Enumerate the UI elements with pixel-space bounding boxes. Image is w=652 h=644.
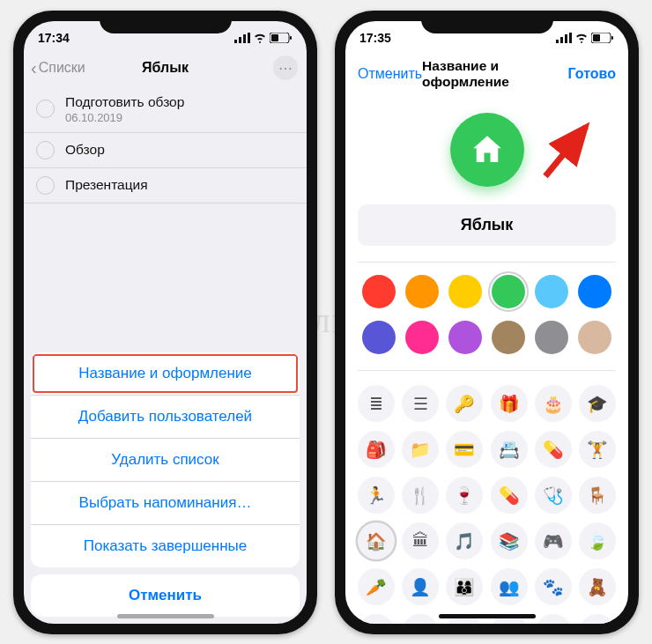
icon-option[interactable]: 🪑 xyxy=(579,477,616,514)
icon-option[interactable]: 🍷 xyxy=(446,477,483,514)
wifi-icon xyxy=(574,33,589,43)
icon-option[interactable]: 💊 xyxy=(535,431,572,468)
action-select-reminders[interactable]: Выбрать напоминания… xyxy=(31,482,300,525)
wifi-icon xyxy=(253,33,267,43)
home-indicator xyxy=(439,614,536,618)
color-swatch[interactable] xyxy=(405,321,439,354)
cancel-button[interactable]: Отменить xyxy=(358,66,422,82)
phone-frame-left: 17:34 ‹ Списки Яблык ⋯ Подготовить обзор xyxy=(13,11,317,634)
svg-rect-3 xyxy=(248,33,250,43)
reminder-radio[interactable] xyxy=(36,176,55,195)
reminder-list: Подготовить обзор 06.10.2019 Обзор Презе… xyxy=(24,86,307,204)
svg-rect-5 xyxy=(271,34,278,41)
color-swatch[interactable] xyxy=(578,275,611,308)
list-name-field[interactable]: Яблык xyxy=(358,204,616,246)
battery-icon xyxy=(270,33,293,43)
nav-bar: ‹ Списки Яблык ⋯ xyxy=(24,49,307,86)
screen-reminders: 17:34 ‹ Списки Яблык ⋯ Подготовить обзор xyxy=(24,21,307,624)
icon-option[interactable]: 🐾 xyxy=(535,568,572,605)
color-swatch[interactable] xyxy=(405,275,439,308)
modal-title: Название и оформление xyxy=(422,58,567,90)
icon-option[interactable]: 📇 xyxy=(491,431,528,468)
more-icon: ⋯ xyxy=(278,60,293,77)
icon-option[interactable]: 🎵 xyxy=(446,522,483,559)
icon-option[interactable]: 📚 xyxy=(491,522,528,559)
reminder-title: Подготовить обзор xyxy=(65,94,184,111)
svg-rect-0 xyxy=(234,40,237,43)
icon-option[interactable]: 👨‍👩‍👦 xyxy=(446,568,483,605)
icon-option[interactable]: 💳 xyxy=(446,431,483,468)
icon-option[interactable]: 🎮 xyxy=(535,522,572,559)
notch xyxy=(421,11,553,33)
icon-option[interactable]: 🎓 xyxy=(579,385,616,422)
color-swatch[interactable] xyxy=(362,321,396,354)
icon-option[interactable]: 🎂 xyxy=(535,385,572,422)
action-delete-list[interactable]: Удалить список xyxy=(31,439,300,482)
action-sheet: Название и оформление Добавить пользоват… xyxy=(24,345,307,624)
icon-option[interactable]: 🎁 xyxy=(491,385,528,422)
icon-option[interactable]: 🎒 xyxy=(358,431,395,468)
icon-option[interactable]: 👤 xyxy=(402,568,439,605)
icon-option[interactable]: 🧸 xyxy=(579,568,616,605)
reminder-row[interactable]: Подготовить обзор 06.10.2019 xyxy=(24,86,307,133)
svg-rect-9 xyxy=(565,34,567,43)
battery-icon xyxy=(591,33,614,43)
screen-appearance: 17:35 Отменить Название и оформление Гот… xyxy=(345,21,628,624)
icon-option[interactable]: 🐟 xyxy=(358,614,395,624)
icon-option[interactable]: 📁 xyxy=(402,431,439,468)
done-button[interactable]: Готово xyxy=(568,66,616,82)
icon-option[interactable]: ⚽ xyxy=(535,614,572,624)
icon-option[interactable]: 🔑 xyxy=(446,385,483,422)
icon-option[interactable]: 🏠 xyxy=(358,522,395,559)
divider xyxy=(358,262,616,263)
color-swatch[interactable] xyxy=(448,321,482,354)
phone-frame-right: 17:35 Отменить Название и оформление Гот… xyxy=(335,11,639,634)
list-icon-preview xyxy=(450,113,524,187)
color-swatch[interactable] xyxy=(535,275,568,308)
modal-nav: Отменить Название и оформление Готово xyxy=(345,49,628,99)
color-swatch[interactable] xyxy=(362,275,396,308)
divider xyxy=(358,370,616,371)
action-name-appearance[interactable]: Название и оформление xyxy=(31,352,300,396)
icon-option[interactable]: 🛍 xyxy=(402,614,439,624)
icon-option[interactable]: 🏋 xyxy=(579,431,616,468)
icon-option[interactable]: 🏃 xyxy=(358,477,395,514)
icon-option[interactable]: 👥 xyxy=(491,568,528,605)
icon-option[interactable]: 🏛 xyxy=(402,522,439,559)
signal-icon xyxy=(234,33,250,43)
color-swatch[interactable] xyxy=(535,321,568,354)
action-show-completed[interactable]: Показать завершенные xyxy=(31,525,300,567)
color-swatch[interactable] xyxy=(492,275,525,308)
action-label: Название и оформление xyxy=(78,365,252,381)
reminder-radio[interactable] xyxy=(36,100,55,118)
reminder-row[interactable]: Обзор xyxy=(24,133,307,168)
icon-option[interactable]: ≣ xyxy=(358,385,395,422)
svg-rect-12 xyxy=(593,34,600,41)
more-button[interactable]: ⋯ xyxy=(273,56,298,80)
reminder-title: Презентация xyxy=(65,177,148,194)
reminder-row[interactable]: Презентация xyxy=(24,168,307,204)
chevron-left-icon: ‹ xyxy=(31,58,37,78)
back-button[interactable]: ‹ Списки xyxy=(31,58,85,78)
icon-option[interactable]: 🩺 xyxy=(535,477,572,514)
icon-picker: ≣☰🔑🎁🎂🎓🎒📁💳📇💊🏋🏃🍴🍷💊🩺🪑🏠🏛🎵📚🎮🍃🥕👤👨‍👩‍👦👥🐾🧸🐟🛍🛒🎿⚽🚌 xyxy=(345,382,628,624)
icon-option[interactable]: 🥕 xyxy=(358,568,395,605)
icon-option[interactable]: 💊 xyxy=(491,477,528,514)
action-add-users[interactable]: Добавить пользователей xyxy=(31,396,300,439)
reminder-radio[interactable] xyxy=(36,141,55,159)
color-swatch[interactable] xyxy=(578,321,611,354)
annotation-arrow xyxy=(535,115,605,185)
svg-rect-8 xyxy=(560,37,563,43)
action-sheet-group: Название и оформление Добавить пользоват… xyxy=(31,352,300,567)
status-time: 17:35 xyxy=(359,31,391,45)
svg-rect-6 xyxy=(290,36,292,40)
reminder-title: Обзор xyxy=(65,142,105,159)
icon-option[interactable]: 🍃 xyxy=(579,522,616,559)
svg-rect-2 xyxy=(243,34,246,43)
icon-option[interactable]: ☰ xyxy=(402,385,439,422)
color-swatch[interactable] xyxy=(448,275,482,308)
action-cancel[interactable]: Отменить xyxy=(31,574,300,617)
icon-option[interactable]: 🚌 xyxy=(579,614,616,624)
color-swatch[interactable] xyxy=(492,321,525,354)
icon-option[interactable]: 🍴 xyxy=(402,477,439,514)
